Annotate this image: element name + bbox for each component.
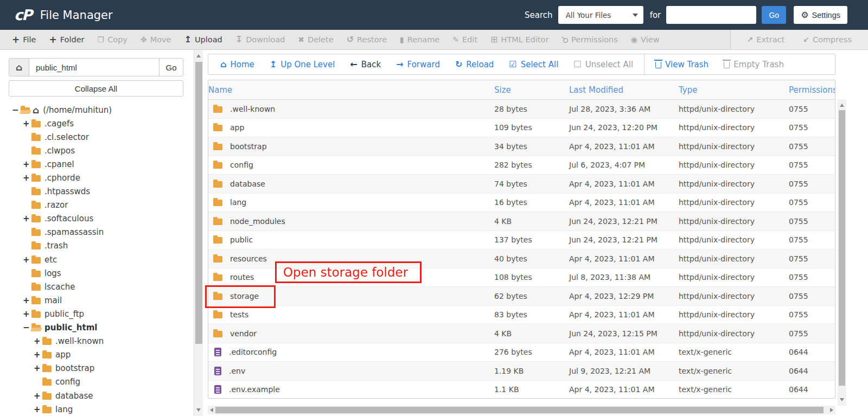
toolbar-item[interactable]: Restore xyxy=(340,30,393,49)
tree-item[interactable]: + ⌂ .cagefs xyxy=(0,117,183,130)
toolbar-item[interactable]: Copy xyxy=(91,30,134,49)
toolbar-item[interactable]: Move xyxy=(134,30,178,49)
toolbar-item[interactable]: HTML Editor xyxy=(484,30,555,49)
tree-item[interactable]: + ⌂ mail xyxy=(0,293,183,307)
file-name[interactable]: routes xyxy=(230,273,254,281)
nav-item[interactable]: Select All xyxy=(501,54,566,74)
tree-item-label[interactable]: lscache xyxy=(44,282,75,292)
table-row[interactable]: database 74 bytes Apr 4, 2023, 11:01 AM … xyxy=(208,175,835,194)
tree-item[interactable]: + ⌂ public_ftp xyxy=(0,307,183,321)
file-name[interactable]: .env.example xyxy=(229,385,280,394)
nav-item[interactable]: Reload xyxy=(448,54,501,74)
path-go-button[interactable]: Go xyxy=(159,59,183,76)
file-name[interactable]: resources xyxy=(230,254,267,263)
tree-item[interactable]: − ⌂ (/home/muhitun) xyxy=(0,103,183,117)
tree-item-label[interactable]: public_html xyxy=(44,323,97,332)
scroll-up-arrow[interactable] xyxy=(196,54,201,57)
file-name[interactable]: tests xyxy=(230,310,248,319)
nav-item[interactable]: Empty Trash xyxy=(716,54,792,74)
path-home-button[interactable] xyxy=(9,59,29,76)
file-name[interactable]: config xyxy=(230,161,253,169)
scroll-down-arrow[interactable] xyxy=(196,408,201,412)
file-name[interactable]: bootstrap xyxy=(230,142,267,151)
toolbar-item[interactable]: Delete xyxy=(291,30,340,49)
tree-item[interactable]: + ⌂ lang xyxy=(0,402,183,416)
scroll-right-arrow[interactable] xyxy=(830,408,833,412)
tree-expander[interactable]: + xyxy=(23,255,31,265)
tree-item[interactable]: + ⌂ database xyxy=(0,389,183,402)
table-row[interactable]: .env 1.19 KB Jul 9, 2023, 12:21 AM text/… xyxy=(208,362,835,381)
column-header[interactable]: Size xyxy=(494,85,569,95)
tree-item-label[interactable]: app xyxy=(55,350,71,360)
table-row[interactable]: public 137 bytes Jun 24, 2023, 12:21 PM … xyxy=(208,231,835,250)
column-header[interactable]: Permissions xyxy=(789,85,835,95)
file-name[interactable]: app xyxy=(230,123,244,132)
table-row[interactable]: config 282 bytes Jul 6, 2023, 4:07 PM ht… xyxy=(208,156,835,175)
scrollbar-thumb[interactable] xyxy=(215,407,824,413)
column-header[interactable]: Name xyxy=(208,85,494,95)
tree-item-label[interactable]: mail xyxy=(44,296,62,305)
scrollbar-thumb[interactable] xyxy=(195,62,202,344)
scroll-down-arrow[interactable] xyxy=(840,398,844,401)
table-row[interactable]: app 109 bytes Jun 24, 2023, 12:20 PM htt… xyxy=(208,119,835,138)
tree-item-label[interactable]: public_ftp xyxy=(44,309,84,319)
tree-item-label[interactable]: .clwpos xyxy=(44,146,75,156)
toolbar-item[interactable]: Extract xyxy=(741,30,792,49)
tree-item[interactable]: ⌂ .htpasswds xyxy=(0,185,183,199)
path-input[interactable] xyxy=(29,59,159,76)
toolbar-item[interactable]: Permissions xyxy=(555,30,624,49)
table-row[interactable]: storage 62 bytes Apr 4, 2023, 12:29 PM h… xyxy=(208,287,835,306)
tree-item-label[interactable]: database xyxy=(55,391,93,401)
collapse-all-button[interactable]: Collapse All xyxy=(9,80,183,97)
tree-expander[interactable]: + xyxy=(23,214,31,223)
tree-item-label[interactable]: .softaculous xyxy=(44,214,93,223)
scroll-left-arrow[interactable] xyxy=(210,408,213,412)
tree-item[interactable]: ⌂ logs xyxy=(0,266,183,280)
toolbar-item[interactable]: View xyxy=(624,30,666,49)
tree-item-label[interactable]: lang xyxy=(55,405,73,414)
tree-item-label[interactable]: .cl.selector xyxy=(44,132,89,142)
tree-expander[interactable]: + xyxy=(34,336,42,346)
table-row[interactable]: lang 16 bytes Apr 4, 2023, 11:01 AM http… xyxy=(208,194,835,213)
table-row[interactable]: .env.example 1.1 KB Apr 4, 2023, 11:01 A… xyxy=(208,381,835,399)
settings-button[interactable]: Settings xyxy=(794,6,847,24)
toolbar-item[interactable]: Rename xyxy=(393,30,446,49)
tree-item-label[interactable]: .razor xyxy=(44,200,68,210)
file-name[interactable]: .env xyxy=(229,367,245,375)
tree-item[interactable]: + ⌂ .softaculous xyxy=(0,212,183,226)
search-input[interactable] xyxy=(666,6,756,24)
nav-item[interactable]: Unselect All xyxy=(566,54,641,74)
scrollbar-thumb[interactable] xyxy=(839,110,845,386)
tree-item-label[interactable]: etc xyxy=(44,255,57,265)
nav-item[interactable]: Back xyxy=(342,54,388,74)
tree-item-label[interactable]: .cagefs xyxy=(44,119,74,129)
tree-expander[interactable]: + xyxy=(23,159,31,169)
tree-expander[interactable]: + xyxy=(34,363,42,373)
tree-item-label[interactable]: .htpasswds xyxy=(44,187,90,196)
tree-item-label[interactable]: logs xyxy=(44,268,61,278)
tree-expander[interactable]: + xyxy=(23,296,31,305)
tree-item[interactable]: ⌂ lscache xyxy=(0,280,183,293)
table-row[interactable]: bootstrap 34 bytes Apr 4, 2023, 11:01 AM… xyxy=(208,137,835,156)
tree-item-label[interactable]: (/home/muhitun) xyxy=(43,105,112,115)
tree-item[interactable]: + ⌂ app xyxy=(0,348,183,362)
tree-expander[interactable]: + xyxy=(23,309,31,319)
tree-item[interactable]: ⌂ config xyxy=(0,375,183,389)
toolbar-item[interactable]: Folder xyxy=(43,30,91,49)
tree-item[interactable]: ⌂ .cl.selector xyxy=(0,130,183,144)
table-row[interactable]: .well-known 28 bytes Jul 28, 2023, 3:36 … xyxy=(208,100,835,119)
tree-item[interactable]: ⌂ .clwpos xyxy=(0,144,183,157)
toolbar-item[interactable]: File xyxy=(5,30,43,49)
tree-expander[interactable]: + xyxy=(23,173,31,183)
tree-item-label[interactable]: .spamassassin xyxy=(44,227,104,237)
search-go-button[interactable]: Go xyxy=(762,6,786,24)
toolbar-item[interactable]: Upload xyxy=(178,30,229,49)
nav-item[interactable]: View Trash xyxy=(644,54,716,74)
tree-expander[interactable]: + xyxy=(34,350,42,360)
file-name[interactable]: public xyxy=(230,235,253,244)
toolbar-item[interactable]: Edit xyxy=(446,30,484,49)
table-row[interactable]: .editorconfig 276 bytes Apr 4, 2023, 11:… xyxy=(208,343,835,362)
tree-item[interactable]: ⌂ .razor xyxy=(0,199,183,212)
tree-item[interactable]: ⌂ .spamassassin xyxy=(0,226,183,239)
tree-item[interactable]: + ⌂ .cpanel xyxy=(0,157,183,171)
